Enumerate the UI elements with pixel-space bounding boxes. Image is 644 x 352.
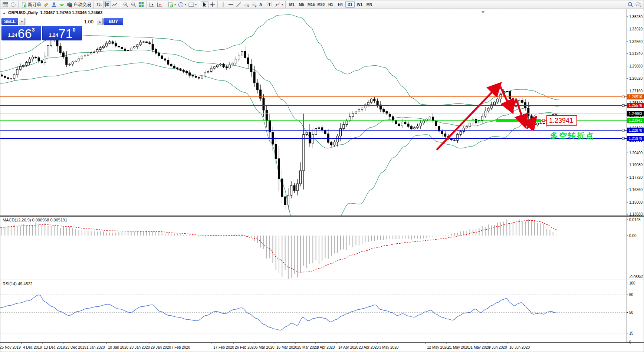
- label-tool-button[interactable]: T: [266, 1, 274, 8]
- macd-label: MACD(12,26,9) 0.000968 0.005191: [3, 218, 67, 222]
- svg-text:1.13680: 1.13680: [629, 212, 643, 216]
- chart-canvas[interactable]: 1.23941多空转折点1.352801.339201.325601.31240…: [0, 9, 644, 352]
- arrows-tool-button[interactable]: ▾: [274, 1, 284, 8]
- sell-price-panel[interactable]: 1.24 66 3: [1, 26, 41, 40]
- svg-text:50: 50: [629, 310, 634, 315]
- new-order-button[interactable]: 新订单: [20, 1, 42, 8]
- svg-text:1.28520: 1.28520: [629, 76, 643, 80]
- zoom-out-icon: [131, 2, 136, 7]
- collapse-triangle-icon[interactable]: ▲: [3, 11, 6, 15]
- svg-text:1.23941: 1.23941: [629, 118, 643, 122]
- community-button[interactable]: [50, 1, 58, 8]
- toolbar-separator: [120, 1, 121, 8]
- chevron-down-icon: ▾: [185, 3, 186, 6]
- candlestick-chart-button[interactable]: [103, 1, 111, 8]
- templates-icon: [188, 2, 194, 7]
- timeframe-w1-button[interactable]: W1: [355, 1, 364, 8]
- tile-windows-icon: [138, 2, 144, 7]
- buy-button[interactable]: BUY: [104, 18, 123, 25]
- templates-button[interactable]: ▾: [187, 1, 198, 8]
- horizontal-line-tool-button[interactable]: [227, 1, 235, 8]
- charts-list-button[interactable]: [1, 1, 9, 8]
- chart-shift-icon: [149, 2, 155, 7]
- svg-text:26 Feb 2020: 26 Feb 2020: [235, 345, 256, 349]
- sell-button[interactable]: SELL: [1, 18, 18, 25]
- toolbar-separator: [146, 1, 147, 8]
- svg-text:1.27160: 1.27160: [629, 89, 643, 93]
- buy-price-panel[interactable]: 1.24 71 0: [42, 26, 82, 40]
- crosshair-tool-button[interactable]: [208, 1, 216, 8]
- timeframe-h4-button[interactable]: H4: [336, 1, 345, 8]
- svg-text:1.22878: 1.22878: [629, 128, 643, 132]
- timeframe-m30-button[interactable]: M30: [316, 1, 326, 8]
- svg-text:1.31240: 1.31240: [629, 52, 643, 56]
- svg-text:25 Mar 2020: 25 Mar 2020: [297, 345, 318, 349]
- svg-text:4 Dec 2019: 4 Dec 2019: [23, 345, 42, 349]
- line-handle[interactable]: [622, 96, 624, 98]
- auto-trading-button[interactable]: 自动交易: [66, 1, 92, 8]
- text-tool-button[interactable]: A: [258, 1, 266, 8]
- svg-text:23 Apr 2020: 23 Apr 2020: [359, 345, 379, 349]
- cursor-tool-button[interactable]: [201, 1, 208, 8]
- signals-button[interactable]: [58, 1, 66, 8]
- volume-increase-button[interactable]: ▲: [97, 18, 103, 25]
- toolbar-separator: [285, 1, 286, 8]
- volume-input[interactable]: [26, 18, 96, 25]
- svg-text:15: 15: [629, 331, 634, 335]
- line-handle[interactable]: [622, 137, 624, 139]
- turning-point-annotation[interactable]: 多空转折点: [550, 131, 595, 140]
- line-handle[interactable]: [622, 104, 624, 106]
- triangle-down-icon: ▼: [20, 20, 23, 23]
- chart-shift-button[interactable]: [148, 1, 156, 8]
- timeframe-m15-button[interactable]: M15: [306, 1, 316, 8]
- toolbar-separator: [165, 1, 165, 8]
- equidistant-channel-tool-button[interactable]: [243, 1, 250, 8]
- fibonacci-tool-button[interactable]: [250, 1, 258, 8]
- search-icon: [627, 1, 633, 7]
- cursor-tool-icon: [202, 2, 207, 7]
- chat-button[interactable]: [634, 1, 643, 8]
- svg-text:1.26516: 1.26516: [629, 95, 643, 99]
- trendline-tool-button[interactable]: [235, 1, 243, 8]
- label-tool-icon: T: [267, 2, 272, 7]
- periods-icon: [178, 2, 184, 7]
- svg-text:1.32560: 1.32560: [629, 40, 643, 44]
- zoom-out-button[interactable]: [129, 1, 137, 8]
- bar-chart-button[interactable]: [95, 1, 103, 8]
- chart-area[interactable]: 1.23941多空转折点1.352801.339201.325601.31240…: [0, 9, 644, 352]
- timeframe-h1-button[interactable]: H1: [326, 1, 335, 8]
- timeframe-m1-button[interactable]: M1: [287, 1, 296, 8]
- auto-scroll-button[interactable]: [156, 1, 164, 8]
- timeframe-d1-button[interactable]: D1: [345, 1, 355, 8]
- metaeditor-button[interactable]: [42, 1, 50, 8]
- svg-text:1.35280: 1.35280: [629, 15, 643, 19]
- chat-icon: [635, 1, 641, 7]
- indicators-button[interactable]: ▾: [167, 1, 177, 8]
- svg-text:13 Dec 2019: 13 Dec 2019: [44, 345, 65, 349]
- line-handle[interactable]: [622, 129, 624, 131]
- equidistant-channel-tool-icon: [244, 2, 249, 7]
- bar-chart-icon: [96, 2, 102, 7]
- horizontal-line-tool-icon: [228, 2, 234, 7]
- tile-windows-button[interactable]: [137, 1, 145, 8]
- vertical-line-tool-button[interactable]: [219, 1, 227, 8]
- svg-text:20 Jan 2020: 20 Jan 2020: [129, 345, 150, 349]
- svg-text:18 Jun 2020: 18 Jun 2020: [509, 345, 530, 349]
- timeframe-mn-button[interactable]: MN: [365, 1, 374, 8]
- line-chart-button[interactable]: [111, 1, 119, 8]
- toolbar-buttons: 新订单自动交易▾▾▾AT▾: [1, 1, 287, 8]
- chevron-down-icon: ▾: [282, 3, 283, 6]
- svg-text:17 Feb 2020: 17 Feb 2020: [213, 345, 234, 349]
- community-icon: [51, 2, 57, 7]
- timeframe-m5-button[interactable]: M5: [297, 1, 306, 8]
- signals-icon: [59, 2, 65, 7]
- svg-text:0.0148: 0.0148: [629, 218, 641, 222]
- crosshair-tool-icon: [210, 2, 215, 7]
- periods-button[interactable]: ▾: [177, 1, 187, 8]
- search-button[interactable]: [626, 1, 634, 8]
- profiles-button[interactable]: [9, 1, 17, 8]
- zoom-in-button[interactable]: [122, 1, 129, 8]
- volume-decrease-button[interactable]: ▼: [19, 18, 25, 25]
- sell-price-prefix: 1.24: [8, 32, 17, 38]
- zoom-in-icon: [123, 2, 128, 7]
